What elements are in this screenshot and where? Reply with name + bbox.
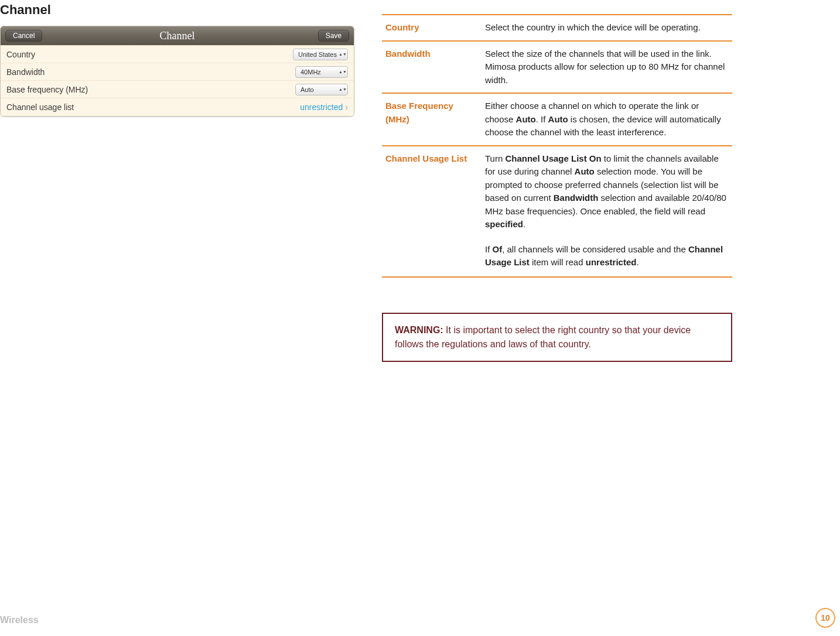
page-title: Channel xyxy=(0,2,51,18)
channel-panel: Cancel Channel Save Country United State… xyxy=(0,26,354,117)
definitions-table: Country Select the country in which the … xyxy=(382,14,732,278)
definition-row-channel-usage-list-2: If Of, all channels will be considered u… xyxy=(382,237,732,277)
save-button[interactable]: Save xyxy=(318,30,349,42)
definition-term: Bandwidth xyxy=(382,41,482,94)
definition-term: Base Frequency (MHz) xyxy=(382,93,482,146)
page-number-badge: 10 xyxy=(815,608,835,628)
bandwidth-select[interactable]: 40MHz ▲▼ xyxy=(295,66,348,78)
updown-icon: ▲▼ xyxy=(340,53,345,56)
panel-body: Country United States ▲▼ Bandwidth 40MHz… xyxy=(1,45,354,116)
footer-section-label: Wireless xyxy=(0,615,39,625)
definition-body: If Of, all channels will be considered u… xyxy=(482,237,732,277)
warning-lead: WARNING: xyxy=(395,325,443,335)
definition-body: Either choose a channel on which to oper… xyxy=(482,93,732,146)
definition-row-base-frequency: Base Frequency (MHz) Either choose a cha… xyxy=(382,93,732,146)
chevron-right-icon: › xyxy=(345,102,348,112)
row-country-label: Country xyxy=(6,50,35,59)
channel-usage-list-value: unrestricted xyxy=(300,102,343,112)
page-footer: Wireless 10 xyxy=(0,607,840,628)
definition-body: Select the size of the channels that wil… xyxy=(482,41,732,94)
bandwidth-select-value: 40MHz xyxy=(301,69,321,76)
definitions-column: Country Select the country in which the … xyxy=(382,14,732,362)
base-frequency-select-value: Auto xyxy=(301,86,314,93)
row-base-frequency-label: Base frequency (MHz) xyxy=(6,85,88,94)
panel-title: Channel xyxy=(1,30,354,42)
definition-row-bandwidth: Bandwidth Select the size of the channel… xyxy=(382,41,732,94)
channel-usage-list-link[interactable]: unrestricted › xyxy=(300,102,348,112)
updown-icon: ▲▼ xyxy=(340,71,345,73)
definition-term: Country xyxy=(382,15,482,41)
row-bandwidth-label: Bandwidth xyxy=(6,67,45,77)
settings-panel-column: Cancel Channel Save Country United State… xyxy=(0,26,354,117)
updown-icon: ▲▼ xyxy=(340,88,345,91)
country-select[interactable]: United States ▲▼ xyxy=(293,49,348,60)
country-select-value: United States xyxy=(298,51,337,58)
row-base-frequency: Base frequency (MHz) Auto ▲▼ xyxy=(1,81,354,98)
row-channel-usage-list-label: Channel usage list xyxy=(6,102,74,112)
definition-row-country: Country Select the country in which the … xyxy=(382,15,732,41)
definition-term: Channel Usage List xyxy=(382,146,482,237)
cancel-button[interactable]: Cancel xyxy=(5,30,42,42)
panel-header: Cancel Channel Save xyxy=(1,26,354,45)
definition-term-empty xyxy=(382,237,482,277)
definition-row-channel-usage-list: Channel Usage List Turn Channel Usage Li… xyxy=(382,146,732,237)
warning-box: WARNING: It is important to select the r… xyxy=(382,313,732,362)
row-bandwidth: Bandwidth 40MHz ▲▼ xyxy=(1,63,354,81)
row-channel-usage-list: Channel usage list unrestricted › xyxy=(1,98,354,116)
row-country: Country United States ▲▼ xyxy=(1,46,354,63)
definition-body: Select the country in which the device w… xyxy=(482,15,732,41)
base-frequency-select[interactable]: Auto ▲▼ xyxy=(295,84,348,95)
definition-body: Turn Channel Usage List On to limit the … xyxy=(482,146,732,237)
